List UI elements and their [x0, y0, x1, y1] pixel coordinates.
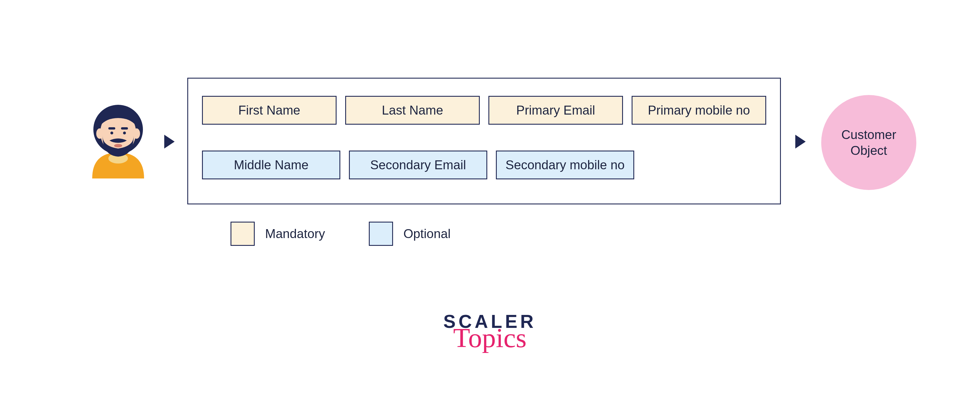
- field-primary-email: Primary Email: [488, 96, 623, 125]
- diagram-canvas: First Name Last Name Primary Email Prima…: [0, 0, 980, 420]
- fields-container: First Name Last Name Primary Email Prima…: [187, 78, 781, 204]
- svg-point-8: [110, 132, 113, 135]
- person-icon: [86, 98, 150, 179]
- field-last-name: Last Name: [345, 96, 480, 125]
- legend-swatch-optional: [369, 222, 393, 246]
- legend: Mandatory Optional: [231, 222, 451, 246]
- field-secondary-email: Secondary Email: [349, 151, 487, 179]
- field-middle-name: Middle Name: [202, 151, 340, 179]
- legend-label-mandatory: Mandatory: [265, 227, 325, 241]
- field-primary-mobile: Primary mobile no: [632, 96, 766, 125]
- svg-point-10: [114, 144, 122, 147]
- svg-point-9: [123, 132, 126, 135]
- arrow-icon: [795, 135, 806, 149]
- brand-logo: SCALER Topics: [430, 311, 550, 352]
- optional-row: Middle Name Secondary Email Secondary mo…: [202, 151, 766, 179]
- svg-point-4: [96, 128, 103, 139]
- svg-rect-7: [121, 127, 128, 130]
- field-secondary-mobile: Secondary mobile no: [496, 151, 634, 179]
- svg-point-5: [133, 128, 140, 139]
- legend-label-optional: Optional: [403, 227, 451, 241]
- arrow-icon: [164, 135, 175, 149]
- svg-rect-6: [108, 127, 115, 130]
- customer-object-node: Customer Object: [821, 95, 916, 190]
- legend-swatch-mandatory: [231, 222, 255, 246]
- mandatory-row: First Name Last Name Primary Email Prima…: [202, 96, 766, 125]
- customer-object-label: Customer Object: [821, 127, 916, 158]
- field-first-name: First Name: [202, 96, 337, 125]
